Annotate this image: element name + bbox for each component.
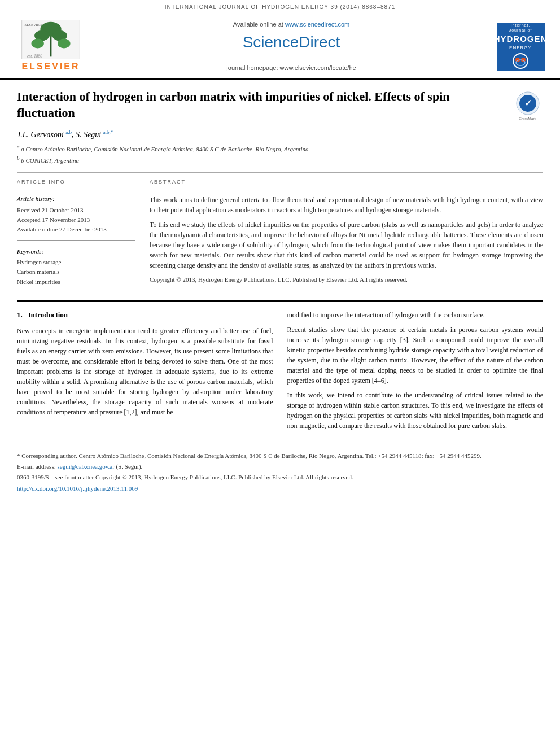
email-person: (S. Segui). (116, 463, 143, 470)
column-right: modified to improve the interaction of h… (287, 310, 544, 435)
email-label: E-mail address: (17, 463, 56, 470)
svg-text:ELSEVIER: ELSEVIER (24, 23, 42, 27)
crossmark-icon: ✓ (516, 91, 540, 115)
affiliation-b: b b CONICET, Argentina (17, 155, 543, 165)
accepted-date: Accepted 17 November 2013 (17, 216, 135, 224)
abstract-paragraph-1: This work aims to define general criteri… (150, 195, 543, 215)
keyword-1: Hydrogen storage (17, 258, 135, 267)
keyword-2: Carbon materials (17, 268, 135, 276)
received-date: Received 21 October 2013 (17, 206, 135, 215)
article-info-header: ARTICLE INFO (17, 178, 135, 186)
authors-text: J.L. Gervasoni a,b, S. Segui a,b,* (17, 130, 113, 139)
section-title-text: Introduction (28, 311, 68, 319)
intro-paragraph-1: New concepts in energetic implementation… (17, 326, 273, 417)
article-history: Article history: Received 21 October 201… (17, 195, 135, 234)
doi-note: http://dx.doi.org/10.1016/j.ijhydene.201… (17, 484, 543, 493)
info-divider (17, 190, 135, 190)
center-branding: Available online at www.sciencedirect.co… (90, 20, 492, 73)
available-date: Available online 27 December 2013 (17, 225, 135, 234)
svg-text:est. 1880: est. 1880 (27, 54, 42, 59)
svg-text:✓: ✓ (524, 98, 531, 108)
elsevier-tree-icon: ELSEVIER est. 1880 (20, 20, 82, 59)
abstract-panel: ABSTRACT This work aims to define genera… (150, 178, 543, 289)
intro-paragraph-right-2: Recent studies show that the presence of… (287, 325, 544, 386)
column-left: 1. Introduction New concepts in energeti… (17, 310, 273, 435)
keywords-label: Keywords: (17, 247, 135, 256)
article-info-panel: ARTICLE INFO Article history: Received 2… (17, 178, 135, 289)
affiliations: a a Centro Atómico Bariloche, Comisión N… (17, 143, 543, 165)
intro-paragraph-right-3: In this work, we intend to contribute to… (287, 390, 544, 431)
keyword-3: Nickel impurities (17, 278, 135, 286)
svg-point-6 (31, 39, 43, 49)
affiliation-a: a a Centro Atómico Bariloche, Comisión N… (17, 143, 543, 154)
email-note: E-mail address: segui@cab.cnea.gov.ar (S… (17, 462, 543, 471)
sciencedirect-logo-text: ScienceDirect (243, 31, 340, 53)
hydrogen-logo-circle-icon (512, 53, 529, 69)
journal-header: INTERNATIONAL JOURNAL OF HYDROGEN ENERGY… (0, 0, 560, 14)
svg-point-7 (58, 39, 70, 49)
abstract-header: ABSTRACT (150, 178, 543, 186)
elsevier-logo: ELSEVIER est. 1880 ELSEVIER (11, 20, 90, 73)
abstract-copyright: Copyright © 2013, Hydrogen Energy Public… (150, 275, 543, 285)
intro-right-text: modified to improve the interaction of h… (287, 310, 544, 431)
title-row: Interaction of hydrogen in carbon matrix… (17, 89, 543, 122)
branding-row: ELSEVIER est. 1880 ELSEVIER Available on… (0, 14, 560, 80)
available-online-text: Available online at www.sciencedirect.co… (233, 20, 349, 29)
corresponding-author-note: * Corresponding author. Centro Atómico B… (17, 452, 543, 460)
two-column-layout: 1. Introduction New concepts in energeti… (17, 310, 543, 435)
crossmark-text: CrossMark (519, 116, 536, 122)
issn-note: 0360-3199/$ – see front matter Copyright… (17, 473, 543, 482)
journal-homepage-link: journal homepage: www.elsevier.com/locat… (90, 60, 492, 72)
footer-notes: * Corresponding author. Centro Atómico B… (17, 447, 543, 493)
sciencedirect-url[interactable]: www.sciencedirect.com (285, 21, 349, 28)
body-content: 1. Introduction New concepts in energeti… (17, 300, 543, 435)
email-link[interactable]: segui@cab.cnea.gov.ar (57, 463, 114, 470)
svg-point-12 (516, 60, 525, 65)
elsevier-wordmark: ELSEVIER (21, 60, 80, 73)
intro-paragraph-right-1: modified to improve the interaction of h… (287, 310, 544, 320)
abstract-divider (150, 190, 543, 190)
divider-after-affiliations (17, 172, 543, 173)
section-1-title: 1. Introduction (17, 310, 273, 320)
abstract-text: This work aims to define general criteri… (150, 195, 543, 285)
crossmark-logo: ✓ CrossMark (512, 91, 543, 122)
keywords-divider (17, 240, 135, 241)
paper-title: Interaction of hydrogen in carbon matrix… (17, 89, 504, 121)
history-label: Article history: (17, 195, 135, 203)
paper-content: Interaction of hydrogen in carbon matrix… (0, 80, 560, 506)
abstract-paragraph-2: To this end we study the effects of nick… (150, 220, 543, 270)
authors-line: J.L. Gervasoni a,b, S. Segui a,b,* (17, 129, 543, 140)
section-number: 1. (17, 311, 23, 319)
hydrogen-energy-logo: Internat.Journal of HYDROGEN ENERGY (492, 23, 549, 71)
intro-left-text: New concepts in energetic implementation… (17, 326, 273, 417)
info-abstract-row: ARTICLE INFO Article history: Received 2… (17, 178, 543, 289)
svg-point-9 (513, 54, 528, 68)
journal-header-text: INTERNATIONAL JOURNAL OF HYDROGEN ENERGY… (165, 4, 395, 10)
keywords-section: Keywords: Hydrogen storage Carbon materi… (17, 247, 135, 287)
doi-link[interactable]: http://dx.doi.org/10.1016/j.ijhydene.201… (17, 485, 138, 492)
